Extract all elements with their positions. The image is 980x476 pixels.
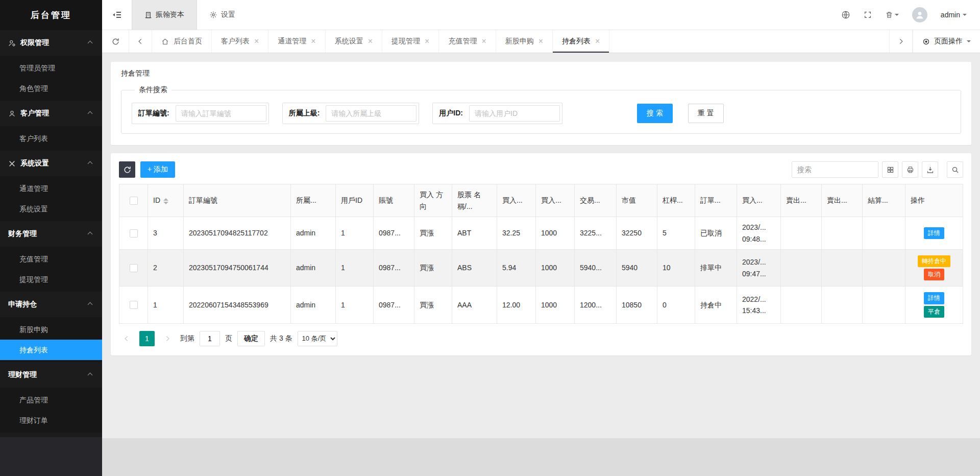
tab-page[interactable]: 通道管理×: [268, 30, 325, 53]
column-header[interactable]: 所屬...: [291, 184, 336, 217]
row-action-button[interactable]: 轉持倉中: [918, 255, 950, 267]
sort-icon[interactable]: [163, 198, 168, 204]
tab-page[interactable]: 持倉列表×: [553, 30, 609, 53]
top-settings-tab[interactable]: 设置: [197, 0, 248, 30]
column-header[interactable]: ID: [148, 184, 184, 217]
sidebar-item[interactable]: 角色管理: [0, 78, 102, 99]
sidebar-section[interactable]: 财务管理: [0, 221, 102, 247]
close-icon[interactable]: ×: [311, 37, 315, 45]
sidebar-item[interactable]: 新股申购: [0, 319, 102, 340]
column-header[interactable]: 買入...: [536, 184, 575, 217]
tab-page[interactable]: 系统设置×: [326, 30, 382, 53]
column-header[interactable]: 賬號: [374, 184, 414, 217]
prev-page-button[interactable]: [119, 331, 134, 346]
refresh-tab-button[interactable]: [102, 30, 129, 53]
next-page-button[interactable]: [160, 331, 175, 346]
sidebar-section[interactable]: 系统设置: [0, 151, 102, 176]
sidebar-item[interactable]: 充值管理: [0, 249, 102, 269]
column-header[interactable]: 訂單...: [695, 184, 737, 217]
search-card: 持倉管理 条件搜索 訂單編號:所屬上級:用户ID:搜 索 重 置: [111, 62, 971, 145]
column-header[interactable]: 市值: [617, 184, 657, 217]
sidebar-item[interactable]: 产品管理: [0, 390, 102, 410]
avatar[interactable]: [912, 7, 927, 22]
chevron-left-icon: [137, 38, 144, 45]
confirm-button[interactable]: 确定: [237, 331, 265, 346]
table-search-button[interactable]: [947, 161, 963, 178]
sidebar-item[interactable]: 管理员管理: [0, 58, 102, 78]
sidebar-collapse-button[interactable]: [102, 0, 132, 30]
sidebar-section[interactable]: 理财管理: [0, 362, 102, 388]
row-action-button[interactable]: 平倉: [924, 306, 944, 318]
user-menu[interactable]: admin: [941, 11, 967, 19]
column-header[interactable]: 買入...: [497, 184, 536, 217]
filter-input[interactable]: [176, 105, 266, 122]
sidebar-section[interactable]: 申请持仓: [0, 292, 102, 317]
sidebar-section[interactable]: 客户管理: [0, 101, 102, 126]
top-module-tab[interactable]: 振翰资本: [132, 0, 197, 30]
page-operations-dropdown[interactable]: 页面操作: [913, 30, 980, 53]
tab-home[interactable]: 后台首页: [152, 30, 212, 53]
fullscreen-icon[interactable]: [864, 11, 872, 19]
column-header[interactable]: 買入 方向: [414, 184, 452, 217]
tab-page[interactable]: 新股申购×: [496, 30, 553, 53]
print-button[interactable]: [902, 161, 918, 178]
goto-page-input[interactable]: [200, 331, 220, 346]
sidebar-item[interactable]: 系统设置: [0, 199, 102, 219]
sidebar-section[interactable]: 权限管理: [0, 30, 102, 56]
tab-label: 充值管理: [448, 37, 477, 46]
select-all-checkbox[interactable]: [130, 197, 138, 205]
column-header[interactable]: 結算...: [863, 184, 905, 217]
filter-input[interactable]: [469, 105, 560, 122]
add-button[interactable]: + 添加: [140, 161, 175, 178]
close-icon[interactable]: ×: [481, 37, 486, 45]
column-header[interactable]: 賣出...: [822, 184, 863, 217]
close-icon[interactable]: ×: [368, 37, 373, 45]
column-header[interactable]: 交易...: [575, 184, 617, 217]
tabs-scroll-left[interactable]: [129, 30, 152, 53]
sidebar-item[interactable]: 理财订单: [0, 410, 102, 431]
clear-cache-dropdown[interactable]: [885, 11, 899, 19]
tab-page[interactable]: 充值管理×: [439, 30, 496, 53]
row-checkbox[interactable]: [130, 264, 138, 272]
close-icon[interactable]: ×: [254, 37, 259, 45]
close-icon[interactable]: ×: [538, 37, 543, 45]
table-cell: [822, 287, 863, 323]
reset-button[interactable]: 重 置: [688, 104, 724, 123]
column-header[interactable]: 賣出...: [781, 184, 822, 217]
column-header[interactable]: 操作: [905, 184, 963, 217]
chevron-up-icon: [88, 111, 93, 116]
sidebar-item[interactable]: 客户列表: [0, 128, 102, 149]
export-button[interactable]: [922, 161, 938, 178]
search-button[interactable]: 搜 索: [637, 104, 673, 123]
row-action-button[interactable]: 取消: [924, 269, 944, 280]
filter-input[interactable]: [326, 105, 416, 122]
close-icon[interactable]: ×: [595, 37, 600, 45]
current-page[interactable]: 1: [139, 331, 155, 346]
close-icon[interactable]: ×: [425, 37, 429, 45]
tab-page[interactable]: 客户列表×: [212, 30, 268, 53]
column-header[interactable]: 股票 名稱/...: [452, 184, 497, 217]
row-checkbox[interactable]: [130, 229, 138, 237]
sidebar-item[interactable]: 通道管理: [0, 178, 102, 199]
language-globe-icon[interactable]: [841, 10, 850, 19]
column-header[interactable]: 杠桿...: [657, 184, 695, 217]
table-cell: 買漲: [414, 287, 452, 323]
page-size-select[interactable]: 10 条/页: [298, 331, 337, 346]
column-header[interactable]: 買入...: [737, 184, 781, 217]
column-header[interactable]: 訂單編號: [184, 184, 291, 217]
sidebar-item[interactable]: 持倉列表: [0, 340, 102, 360]
column-header-label: 買入...: [742, 196, 763, 204]
table-cell: [822, 250, 863, 287]
tab-page[interactable]: 提现管理×: [382, 30, 439, 53]
row-action-button[interactable]: 詳情: [924, 292, 944, 304]
row-checkbox[interactable]: [130, 301, 138, 309]
sidebar-item[interactable]: 提现管理: [0, 269, 102, 290]
columns-filter-button[interactable]: [882, 161, 898, 178]
table-cell: 1000: [536, 217, 575, 250]
row-action-button[interactable]: 詳情: [924, 227, 944, 239]
table-cell: [863, 217, 905, 250]
column-header[interactable]: 用戶ID: [336, 184, 374, 217]
table-search-input[interactable]: [792, 161, 878, 178]
table-refresh-button[interactable]: [119, 161, 135, 178]
tabs-scroll-right[interactable]: [889, 30, 913, 53]
